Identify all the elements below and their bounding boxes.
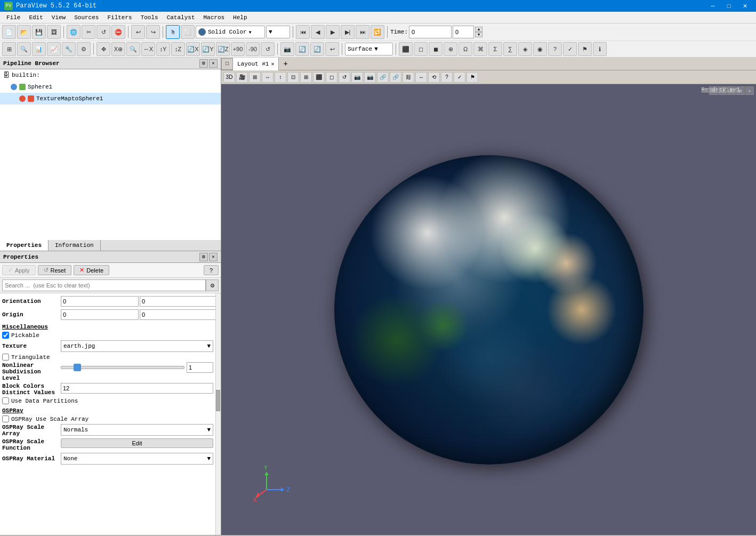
block-colors-input[interactable] [61,383,213,394]
properties-scrollbar[interactable] [215,293,221,535]
toolbar3-btn1[interactable]: ⬛ [399,42,413,56]
disconnect-button[interactable]: ✂ [82,25,95,39]
ospray-scale-array-dropdown[interactable]: Normals ▼ [61,424,213,436]
menu-view[interactable]: View [47,13,70,22]
time-input[interactable] [409,26,452,38]
layout-btn14[interactable]: ⛓ [403,72,414,83]
titlebar-controls[interactable]: ─ □ ✕ [706,0,752,12]
next-frame-button[interactable]: ▶| [341,25,355,39]
menu-file[interactable]: File [2,13,25,22]
toolbar2-btn5[interactable]: 🔧 [62,42,76,56]
scrollbar-thumb[interactable] [216,390,220,411]
reload-button[interactable]: ↺ [96,25,110,39]
render-layout-single-button[interactable]: ⊡ [709,86,718,95]
first-frame-button[interactable]: ⏮ [296,25,310,39]
tab-properties[interactable]: Properties [0,240,49,251]
rot-z-button[interactable]: ↕Z [171,42,185,56]
toolbar2-btn6[interactable]: ⚙ [77,42,91,56]
toolbar2-btn2[interactable]: 🔍 [17,42,31,56]
pipeline-float-button[interactable]: ⊡ [199,59,208,68]
last-frame-button[interactable]: ⏭ [356,25,369,39]
layout-btn9[interactable]: ↺ [339,72,350,83]
zoom-button[interactable]: 🔍 [126,42,140,56]
nonlinear-value-input[interactable] [187,362,213,373]
abort-button[interactable]: ⛔ [111,25,125,39]
pipeline-item-sphere1[interactable]: Sphere1 [0,81,221,93]
toolbar3-btn8[interactable]: ∑ [503,42,517,56]
xyz-button[interactable]: ✥ [96,42,110,56]
menu-sources[interactable]: Sources [70,13,103,22]
use-data-partitions-checkbox[interactable] [2,397,9,404]
interact-button[interactable]: 🖱 [166,25,180,39]
layout-3d-button[interactable]: 3D [223,72,235,83]
plus90-button[interactable]: +90 [231,42,245,56]
open-button[interactable]: 📂 [17,25,31,39]
toolbar2-btn3[interactable]: 📊 [32,42,46,56]
nonlinear-slider-thumb[interactable] [74,364,81,371]
save-screenshot-button[interactable]: 🖼 [47,25,61,39]
layout-tab-close-button[interactable]: ✕ [271,61,274,67]
origin-x-input[interactable] [61,309,139,320]
toolbar2-btn1[interactable]: ⊞ [2,42,16,56]
menu-tools[interactable]: Tools [136,13,163,22]
render-close-button[interactable]: ✕ [745,86,754,95]
layout-btn16[interactable]: ⟲ [428,72,440,83]
toolbar3-btn4[interactable]: ⊕ [444,42,457,56]
menu-filters[interactable]: Filters [103,13,136,22]
menu-macros[interactable]: Macros [199,13,229,22]
toolbar3-btn5[interactable]: Ω [459,42,472,56]
render-layout-buttons[interactable]: ⊡ ⊟ ⊞ ⊠ ✕ [709,86,754,95]
time-spinner[interactable]: ▲ ▼ [475,27,482,37]
layout-btn12[interactable]: 🔗 [377,72,389,83]
texture-dropdown[interactable]: earth.jpg ▼ [61,340,213,352]
rot-y-button[interactable]: ↕Y [156,42,170,56]
layout-btn18[interactable]: ✓ [454,72,465,83]
ospray-scale-array-checkbox[interactable] [2,415,9,422]
properties-float-button[interactable]: ⊡ [199,253,208,261]
toolbar3-btn9[interactable]: ◈ [518,42,532,56]
toolbar3-btn11[interactable]: ? [548,42,562,56]
properties-header-btns[interactable]: ⊡ ✕ [199,253,218,261]
new-button[interactable]: 📄 [2,25,16,39]
color-dropdown[interactable]: Solid Color ▼ [196,26,265,38]
pickable-checkbox[interactable] [2,332,9,339]
layout-btn15[interactable]: ↔ [415,72,427,83]
connect-button[interactable]: 🌐 [67,25,81,39]
properties-close-button[interactable]: ✕ [209,253,218,261]
search-input[interactable] [2,279,206,291]
layout-btn1[interactable]: 🎥 [236,72,248,83]
tab-information[interactable]: Information [49,240,101,251]
play-button[interactable]: ▶ [326,25,340,39]
toolbar3-btn14[interactable]: ℹ [593,42,607,56]
layout-btn4[interactable]: ↕ [275,72,286,83]
menu-help[interactable]: Help [229,13,251,22]
redo-button[interactable]: ↪ [146,25,160,39]
time-up-button[interactable]: ▲ [475,27,482,32]
help-button[interactable]: ? [204,265,219,275]
loop-button[interactable]: 🔁 [371,25,384,39]
toolbar3-btn13[interactable]: ⚑ [578,42,592,56]
layout-btn10[interactable]: 📷 [351,72,363,83]
layout-btn13[interactable]: 🔗 [390,72,401,83]
render-layout-hsplit-button[interactable]: ⊟ [718,86,727,95]
render-view[interactable]: RenderView1 ⊡ ⊟ ⊞ ⊠ ✕ Z [221,84,756,535]
layout-btn17[interactable]: ? [441,72,453,83]
rot-z2-button[interactable]: 🔄Z [216,42,230,56]
close-button[interactable]: ✕ [738,0,752,12]
origin-y-input[interactable] [140,309,215,320]
time-value-input[interactable] [453,26,474,38]
layout-btn11[interactable]: 📷 [364,72,376,83]
rot-y2-button[interactable]: 🔄Y [201,42,215,56]
pipeline-header-btns[interactable]: ⊡ ✕ [199,59,218,68]
orient-x-button[interactable]: X⊕ [111,42,125,56]
minus90-button[interactable]: -90 [246,42,260,56]
toolbar2-btn4[interactable]: 📈 [47,42,61,56]
nonlinear-slider-track[interactable] [61,366,184,369]
minimize-button[interactable]: ─ [706,0,720,12]
layout-icon[interactable]: □ [221,58,233,70]
orientation-y-input[interactable] [140,296,215,307]
layout-tab-1[interactable]: Layout #1 ✕ [233,58,279,70]
layout-btn5[interactable]: ⊡ [287,72,299,83]
add-layout-button[interactable]: + [279,59,292,69]
layout-btn6[interactable]: ⊞ [300,72,312,83]
